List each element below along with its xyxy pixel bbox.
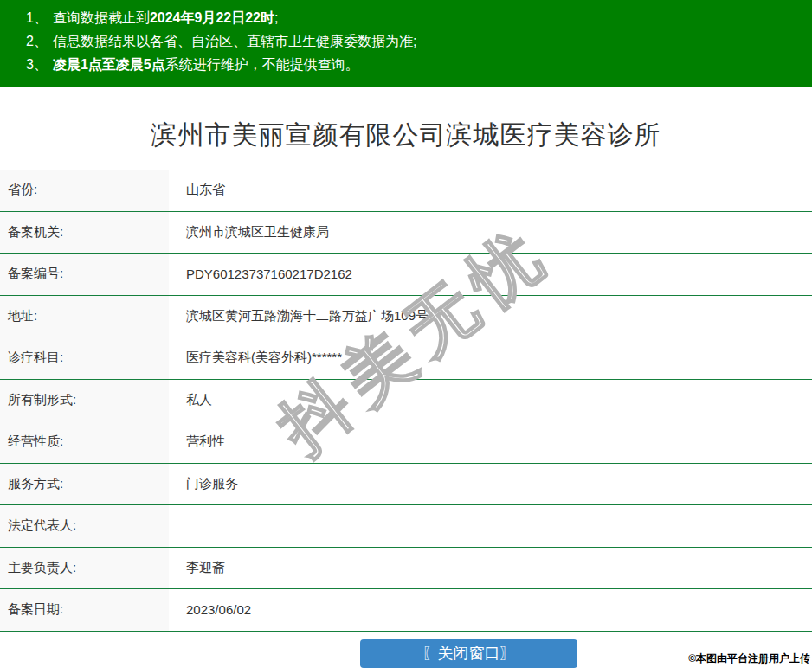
notice-number: 3、 xyxy=(26,57,48,72)
notice-text: 查询数据截止到 xyxy=(53,10,150,25)
row-label: 备案机关: xyxy=(0,212,169,254)
table-row-treatment-subjects: 诊疗科目: 医疗美容科(美容外科)****** xyxy=(0,337,812,380)
table-row-filing-date: 备案日期: 2023/06/02 xyxy=(0,589,812,632)
table-row-principal: 主要负责人: 李迎斋 xyxy=(0,548,812,590)
notice-header: 1、查询数据截止到2024年9月22日22时; 2、信息数据结果以各省、自治区、… xyxy=(0,0,812,87)
footer-credit: ©本图由平台注册用户上传 xyxy=(688,652,810,666)
row-value: 滨城区黄河五路渤海十二路万益广场109号 xyxy=(169,296,812,337)
row-value: 私人 xyxy=(169,380,812,421)
table-row-filing-authority: 备案机关: 滨州市滨城区卫生健康局 xyxy=(0,212,812,254)
row-value: 2023/06/02 xyxy=(169,589,812,631)
row-label: 法定代表人: xyxy=(0,505,169,547)
row-label: 诊疗科目: xyxy=(0,337,169,379)
page-title: 滨州市美丽宣颜有限公司滨城医疗美容诊所 xyxy=(0,118,812,153)
table-row-service-mode: 服务方式: 门诊服务 xyxy=(0,464,812,506)
row-value: 滨州市滨城区卫生健康局 xyxy=(169,212,812,254)
table-row-ownership-form: 所有制形式: 私人 xyxy=(0,380,812,422)
row-label: 经营性质: xyxy=(0,421,169,463)
row-value: 营利性 xyxy=(169,421,812,463)
notice-text-bold: 2024年9月22日22时 xyxy=(150,10,274,25)
row-label: 主要负责人: xyxy=(0,548,169,589)
row-value: 山东省 xyxy=(169,170,812,211)
notice-line-2: 2、信息数据结果以各省、自治区、直辖市卫生健康委数据为准; xyxy=(26,29,812,53)
row-label: 省份: xyxy=(0,170,169,211)
row-label: 备案编号: xyxy=(0,254,169,295)
row-label: 服务方式: xyxy=(0,464,169,505)
notice-text-bold: 凌晨1点至凌晨5点 xyxy=(53,57,165,72)
table-row-province: 省份: 山东省 xyxy=(0,170,812,212)
notice-line-3: 3、凌晨1点至凌晨5点系统进行维护，不能提供查询。 xyxy=(26,53,812,76)
table-row-legal-representative: 法定代表人: xyxy=(0,505,812,548)
table-row-address: 地址: 滨城区黄河五路渤海十二路万益广场109号 xyxy=(0,296,812,338)
notice-line-1: 1、查询数据截止到2024年9月22日22时; xyxy=(26,6,812,29)
detail-table: 省份: 山东省 备案机关: 滨州市滨城区卫生健康局 备案编号: PDY60123… xyxy=(0,170,812,632)
row-value: 李迎斋 xyxy=(169,548,812,589)
notice-number: 1、 xyxy=(26,10,48,25)
notice-text: 系统进行维护，不能提供查询。 xyxy=(165,57,359,72)
row-value: 医疗美容科(美容外科)****** xyxy=(169,337,812,379)
row-value xyxy=(169,505,812,547)
notice-number: 2、 xyxy=(26,34,48,48)
table-row-operation-nature: 经营性质: 营利性 xyxy=(0,421,812,464)
row-label: 地址: xyxy=(0,296,169,337)
row-value: PDY60123737160217D2162 xyxy=(169,254,812,295)
notice-text: ; xyxy=(274,10,278,25)
table-row-filing-number: 备案编号: PDY60123737160217D2162 xyxy=(0,254,812,296)
notice-text: 信息数据结果以各省、自治区、直辖市卫生健康委数据为准; xyxy=(53,34,416,48)
close-window-button[interactable]: 〖关闭窗口〗 xyxy=(360,639,577,668)
row-value: 门诊服务 xyxy=(169,464,812,505)
row-label: 备案日期: xyxy=(0,589,169,631)
row-label: 所有制形式: xyxy=(0,380,169,421)
